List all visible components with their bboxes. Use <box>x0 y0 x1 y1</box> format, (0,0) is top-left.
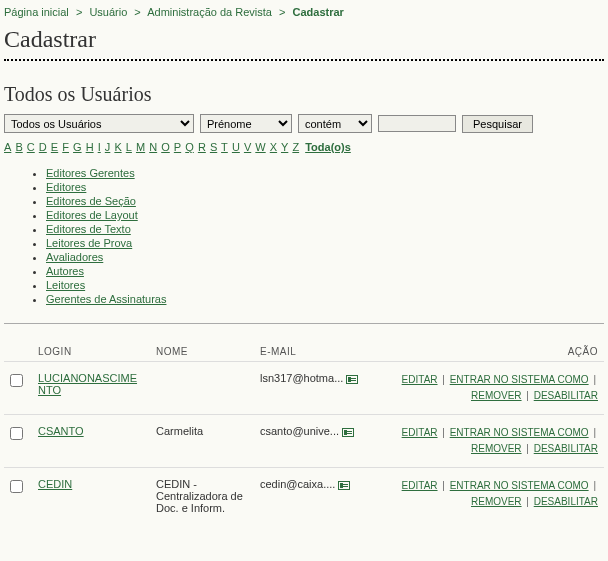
action-sep: | <box>524 390 532 401</box>
table-row: LUCIANONASCIMENTOlsn317@hotma...EDITAR |… <box>4 362 604 415</box>
login-link[interactable]: CSANTO <box>38 425 84 437</box>
alpha-letter[interactable]: F <box>62 141 69 153</box>
search-form: Todos os Usuários Prénome contém Pesquis… <box>4 114 604 133</box>
alpha-letter[interactable]: Z <box>292 141 299 153</box>
th-check <box>4 342 32 362</box>
role-link[interactable]: Leitores de Prova <box>46 237 132 249</box>
alpha-letter[interactable]: H <box>86 141 94 153</box>
vcard-icon[interactable] <box>342 428 354 437</box>
alpha-letter[interactable]: O <box>161 141 170 153</box>
alpha-letter[interactable]: W <box>255 141 265 153</box>
alpha-letter[interactable]: V <box>244 141 251 153</box>
th-login: LOGIN <box>32 342 150 362</box>
alpha-letter[interactable]: Y <box>281 141 288 153</box>
action-sep: | <box>524 443 532 454</box>
alpha-letter[interactable]: R <box>198 141 206 153</box>
role-item: Gerentes de Assinaturas <box>46 293 604 305</box>
alpha-letter[interactable]: U <box>232 141 240 153</box>
alpha-letter[interactable]: G <box>73 141 82 153</box>
breadcrumb-link[interactable]: Administração da Revista <box>147 6 272 18</box>
action-link[interactable]: DESABILITAR <box>534 390 598 401</box>
role-select[interactable]: Todos os Usuários <box>4 114 194 133</box>
breadcrumb: Página inicial > Usuário > Administração… <box>4 6 604 18</box>
login-link[interactable]: CEDIN <box>38 478 72 490</box>
action-sep: | <box>591 427 596 438</box>
breadcrumb-sep: > <box>134 6 140 18</box>
role-item: Editores <box>46 181 604 193</box>
role-item: Autores <box>46 265 604 277</box>
role-item: Avaliadores <box>46 251 604 263</box>
th-nome: NOME <box>150 342 254 362</box>
table-row: CEDINCEDIN - Centralizadora de Doc. e In… <box>4 468 604 525</box>
role-link[interactable]: Gerentes de Assinaturas <box>46 293 166 305</box>
action-sep: | <box>591 480 596 491</box>
alpha-letter[interactable]: M <box>136 141 145 153</box>
search-button[interactable]: Pesquisar <box>462 115 533 133</box>
alpha-letter[interactable]: T <box>221 141 228 153</box>
alpha-letter[interactable]: N <box>149 141 157 153</box>
action-link[interactable]: REMOVER <box>471 496 522 507</box>
role-item: Leitores <box>46 279 604 291</box>
action-link[interactable]: EDITAR <box>402 427 438 438</box>
alpha-letter[interactable]: Q <box>185 141 194 153</box>
alpha-letter[interactable]: X <box>270 141 277 153</box>
role-link[interactable]: Editores de Seção <box>46 195 136 207</box>
actions-cell: EDITAR | ENTRAR NO SISTEMA COMO | REMOVE… <box>372 415 604 468</box>
alpha-all[interactable]: Toda(o)s <box>305 141 351 153</box>
row-checkbox[interactable] <box>10 480 23 493</box>
action-sep: | <box>591 374 596 385</box>
row-checkbox[interactable] <box>10 374 23 387</box>
action-link[interactable]: ENTRAR NO SISTEMA COMO <box>450 480 589 491</box>
role-link[interactable]: Editores Gerentes <box>46 167 135 179</box>
th-acao: AÇÃO <box>372 342 604 362</box>
alpha-letter[interactable]: L <box>126 141 132 153</box>
breadcrumb-link[interactable]: Usuário <box>89 6 127 18</box>
action-sep: | <box>524 496 532 507</box>
field-select[interactable]: Prénome <box>200 114 292 133</box>
alpha-letter[interactable]: A <box>4 141 11 153</box>
action-link[interactable]: EDITAR <box>402 374 438 385</box>
role-link[interactable]: Autores <box>46 265 84 277</box>
action-sep: | <box>440 427 448 438</box>
alpha-letter[interactable]: J <box>105 141 111 153</box>
alpha-letter[interactable]: P <box>174 141 181 153</box>
vcard-icon[interactable] <box>346 375 358 384</box>
alpha-letter[interactable]: D <box>39 141 47 153</box>
action-link[interactable]: ENTRAR NO SISTEMA COMO <box>450 374 589 385</box>
action-link[interactable]: REMOVER <box>471 443 522 454</box>
alpha-letter[interactable]: B <box>15 141 22 153</box>
login-link[interactable]: LUCIANONASCIMENTO <box>38 372 137 396</box>
search-input[interactable] <box>378 115 456 132</box>
row-checkbox[interactable] <box>10 427 23 440</box>
action-link[interactable]: DESABILITAR <box>534 443 598 454</box>
action-link[interactable]: ENTRAR NO SISTEMA COMO <box>450 427 589 438</box>
alpha-index: A B C D E F G H I J K L M N O P Q R S T … <box>4 141 604 153</box>
breadcrumb-sep: > <box>76 6 82 18</box>
vcard-icon[interactable] <box>338 481 350 490</box>
breadcrumb-link[interactable]: Página inicial <box>4 6 69 18</box>
action-link[interactable]: REMOVER <box>471 390 522 401</box>
role-list: Editores GerentesEditoresEditores de Seç… <box>46 167 604 305</box>
role-item: Leitores de Prova <box>46 237 604 249</box>
role-link[interactable]: Editores de Texto <box>46 223 131 235</box>
match-select[interactable]: contém <box>298 114 372 133</box>
email-text: csanto@unive... <box>260 425 339 437</box>
role-link[interactable]: Editores <box>46 181 86 193</box>
action-link[interactable]: EDITAR <box>402 480 438 491</box>
alpha-letter[interactable]: I <box>98 141 101 153</box>
nome-cell: Carmelita <box>150 415 254 468</box>
action-link[interactable]: DESABILITAR <box>534 496 598 507</box>
role-link[interactable]: Editores de Layout <box>46 209 138 221</box>
role-link[interactable]: Leitores <box>46 279 85 291</box>
actions-cell: EDITAR | ENTRAR NO SISTEMA COMO | REMOVE… <box>372 468 604 525</box>
users-table: LOGIN NOME E-MAIL AÇÃO LUCIANONASCIMENTO… <box>4 342 604 524</box>
role-link[interactable]: Avaliadores <box>46 251 103 263</box>
alpha-letter[interactable]: S <box>210 141 217 153</box>
action-sep: | <box>440 480 448 491</box>
alpha-letter[interactable]: C <box>27 141 35 153</box>
section-title: Todos os Usuários <box>4 83 604 106</box>
role-item: Editores Gerentes <box>46 167 604 179</box>
alpha-letter[interactable]: K <box>114 141 121 153</box>
alpha-letter[interactable]: E <box>51 141 58 153</box>
actions-cell: EDITAR | ENTRAR NO SISTEMA COMO | REMOVE… <box>372 362 604 415</box>
